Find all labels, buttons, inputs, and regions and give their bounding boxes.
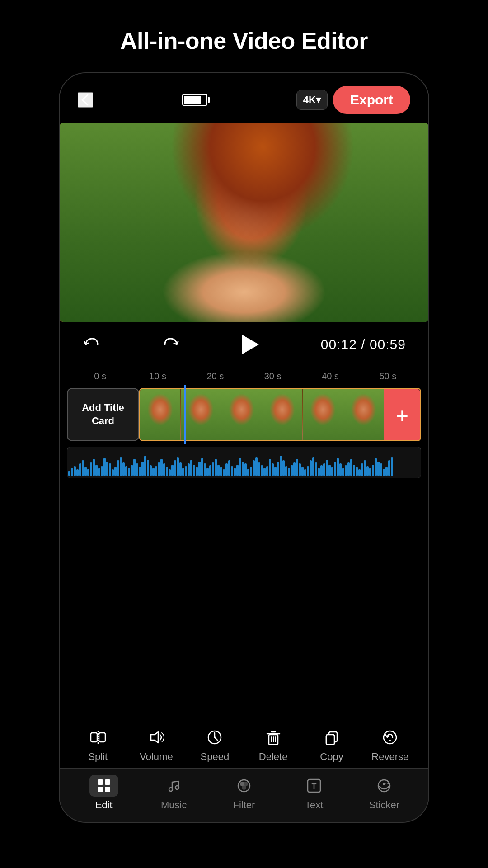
timeline-ruler: 0 s 10 s 20 s 30 s 40 s 50 s xyxy=(64,367,424,385)
add-title-card-button[interactable]: Add Title Card xyxy=(67,388,139,441)
copy-label: Copy xyxy=(320,751,343,763)
svg-point-13 xyxy=(389,740,391,741)
svg-point-19 xyxy=(175,786,179,789)
delete-icon xyxy=(264,727,282,747)
video-frame-6 xyxy=(343,389,384,440)
volume-icon xyxy=(147,727,165,747)
reverse-label: Reverse xyxy=(371,751,408,763)
nav-item-text[interactable]: T Text xyxy=(289,775,339,811)
music-nav-icon xyxy=(166,775,182,797)
nav-item-edit[interactable]: Edit xyxy=(79,775,129,811)
ruler-mark-50: 50 s xyxy=(359,371,417,382)
video-frame-2 xyxy=(181,389,221,440)
volume-label: Volume xyxy=(140,751,173,763)
ruler-marks: 0 s 10 s 20 s 30 s 40 s 50 s xyxy=(71,371,417,382)
svg-rect-11 xyxy=(326,735,334,745)
svg-point-18 xyxy=(169,788,173,791)
timeline-track: Add Title Card + xyxy=(64,385,424,444)
video-frame-3 xyxy=(221,389,262,440)
split-icon xyxy=(89,727,107,747)
svg-rect-1 xyxy=(99,733,105,742)
svg-rect-17 xyxy=(105,787,110,792)
portrait-hair xyxy=(170,123,355,242)
phone-frame: 4K▾ Export 00:12 / 00:59 xyxy=(59,72,429,823)
toolbar-item-delete[interactable]: Delete xyxy=(253,727,294,763)
export-button[interactable]: Export xyxy=(333,86,410,114)
music-nav-label: Music xyxy=(161,799,187,811)
toolbar-item-reverse[interactable]: Reverse xyxy=(370,727,410,763)
svg-point-23 xyxy=(242,785,246,790)
toolbar-item-split[interactable]: Split xyxy=(78,727,118,763)
reverse-icon xyxy=(381,727,399,747)
toolbar-item-copy[interactable]: Copy xyxy=(311,727,352,763)
timeline-area: 0 s 10 s 20 s 30 s 40 s 50 s Add Title C… xyxy=(60,367,428,719)
speed-label: Speed xyxy=(201,751,230,763)
ruler-mark-20: 20 s xyxy=(187,371,244,382)
video-frame-5 xyxy=(303,389,343,440)
svg-rect-15 xyxy=(105,779,110,785)
app-title: All-in-one Video Editor xyxy=(0,0,488,72)
svg-point-12 xyxy=(384,731,396,744)
svg-text:T: T xyxy=(312,782,317,791)
filter-nav-label: Filter xyxy=(233,799,255,811)
add-clip-button[interactable]: + xyxy=(384,389,420,441)
play-button[interactable] xyxy=(242,335,259,354)
toolbar-item-volume[interactable]: Volume xyxy=(136,727,177,763)
copy-icon xyxy=(323,727,341,747)
redo-button[interactable] xyxy=(162,335,180,354)
speed-icon xyxy=(206,727,224,747)
edit-nav-icon xyxy=(89,775,118,797)
bottom-nav: Edit Music Filter xyxy=(60,768,428,822)
timeline-controls: 00:12 / 00:59 xyxy=(60,322,428,367)
video-frame-4 xyxy=(262,389,303,440)
battery-icon xyxy=(182,94,207,106)
svg-rect-0 xyxy=(91,733,97,742)
sticker-nav-icon xyxy=(376,775,392,797)
time-display: 00:12 / 00:59 xyxy=(321,337,406,352)
split-label: Split xyxy=(88,751,108,763)
nav-item-music[interactable]: Music xyxy=(149,775,199,811)
toolbar-item-speed[interactable]: Speed xyxy=(194,727,235,763)
ruler-mark-40: 40 s xyxy=(301,371,359,382)
topbar-right: 4K▾ Export xyxy=(296,86,410,114)
back-button[interactable] xyxy=(78,92,93,108)
nav-item-filter[interactable]: Filter xyxy=(219,775,269,811)
sticker-nav-label: Sticker xyxy=(369,799,399,811)
ruler-mark-10: 10 s xyxy=(129,371,186,382)
waveform-track xyxy=(67,447,421,478)
video-thumbnail xyxy=(60,123,428,322)
delete-label: Delete xyxy=(259,751,288,763)
ruler-mark-0: 0 s xyxy=(71,371,129,382)
video-frame-1 xyxy=(140,389,181,440)
svg-point-26 xyxy=(378,780,390,792)
undo-button[interactable] xyxy=(82,335,100,354)
edit-nav-label: Edit xyxy=(95,799,113,811)
ruler-mark-30: 30 s xyxy=(244,371,301,382)
video-preview xyxy=(60,123,428,322)
resolution-badge[interactable]: 4K▾ xyxy=(296,90,328,110)
svg-rect-16 xyxy=(98,787,103,792)
text-nav-label: Text xyxy=(305,799,323,811)
text-nav-icon: T xyxy=(306,775,322,797)
nav-item-sticker[interactable]: Sticker xyxy=(359,775,409,811)
svg-point-4 xyxy=(214,736,216,738)
edit-toolbar: Split Volume Speed xyxy=(60,719,428,768)
phone-topbar: 4K▾ Export xyxy=(60,73,428,123)
filter-nav-icon xyxy=(236,775,252,797)
svg-rect-14 xyxy=(98,779,103,785)
video-strip[interactable]: + xyxy=(139,388,421,441)
